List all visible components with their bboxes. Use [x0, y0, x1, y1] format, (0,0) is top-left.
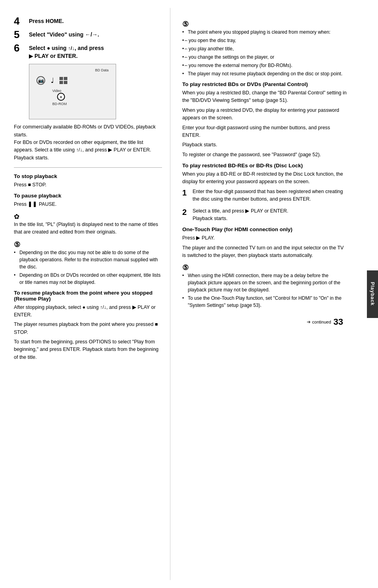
step-5-number: 5 — [14, 29, 26, 40]
stop-body: Press ■ STOP. — [14, 181, 162, 189]
circle-dot: ● — [60, 95, 62, 99]
step-5: 5 Select "Video" using ←/→. — [14, 29, 162, 40]
tip-body: In the title list, "PL" (Playlist) is di… — [14, 221, 162, 236]
continued-label: continued — [312, 320, 331, 324]
disc-lock-step-1: 1 Enter the four-digit password that has… — [182, 188, 347, 203]
step-6: 6 Select ● using ↑/↓, and press ▶ PLAY o… — [14, 43, 162, 60]
one-touch-play-heading: One-Touch Play (for HDMI connection only… — [182, 226, 347, 232]
selected-circle: ● — [57, 93, 65, 101]
note3-item-1: When using the HDMI connection, there ma… — [182, 272, 347, 293]
resume-body3: To start from the beginning, press OPTIO… — [14, 338, 162, 361]
restricted-bd-dvd-heading: To play restricted BDs or DVDs (Parental… — [182, 81, 347, 87]
note2-item-6: The player may not resume playback depen… — [182, 70, 347, 77]
disc-lock-step-2: 2 Select a title, and press ▶ PLAY or EN… — [182, 207, 347, 223]
playback-side-tab: Playback — [367, 270, 378, 318]
note3-list: When using the HDMI connection, there ma… — [182, 272, 347, 309]
restricted-bd-dvd-body2: When you play a restricted DVD, the disp… — [182, 107, 347, 122]
step-4-number: 4 — [14, 16, 26, 26]
note2-icon: ⑤ — [182, 20, 189, 28]
arrow-lr-icon: ←/→ — [85, 31, 97, 38]
description-text: For commercially available BD-ROMs or DV… — [14, 123, 162, 162]
restricted-bdre-bdr-heading: To play restricted BD-REs or BD-Rs (Disc… — [182, 163, 347, 169]
note1-list: Depending on the disc you may not be abl… — [14, 249, 162, 286]
pause-body: Press ❚❚ PAUSE. — [14, 201, 162, 208]
step-5-quoted: "Video" — [47, 31, 67, 38]
pause-symbol: ❚❚ — [28, 201, 37, 207]
resume-body1: After stopping playback, select ● using … — [14, 304, 162, 319]
video-label: Video — [52, 89, 61, 93]
one-touch-play-section: One-Touch Play (for HDMI connection only… — [182, 226, 347, 259]
stop-section: To stop playback Press ■ STOP. — [14, 173, 162, 189]
note3-icon: ⑤ — [182, 264, 189, 272]
step-6-number: 6 — [14, 43, 26, 53]
pause-section: To pause playback Press ❚❚ PAUSE. — [14, 193, 162, 208]
note2-list: The point where you stopped playing is c… — [182, 29, 347, 77]
restricted-bdre-bdr-body1: When you play a BD-RE or BD-R restricted… — [182, 170, 347, 186]
restricted-bd-dvd-body4: Playback starts. — [182, 141, 347, 149]
pause-heading: To pause playback — [14, 193, 162, 199]
page-number: 33 — [334, 317, 343, 327]
disc-lock-step-1-num: 1 — [182, 188, 193, 197]
restricted-bd-dvd-section: To play restricted BDs or DVDs (Parental… — [182, 81, 347, 159]
note3-item-2: To use the One-Touch Play function, set … — [182, 295, 347, 309]
step-4: 4 Press HOME. — [14, 16, 162, 26]
note1-item-2: Depending on BDs or DVDs recorded on oth… — [14, 272, 162, 286]
tip-section: ✿ In the title list, "PL" (Playlist) is … — [14, 213, 162, 236]
play-arrow-icon: ▶ — [29, 53, 33, 59]
stop-symbol: ■ — [28, 182, 31, 188]
menu-illustration: BD Data 📷 ♩ Video ● BD-ROM — [29, 64, 116, 119]
restricted-bd-dvd-body5: To register or change the password, see … — [182, 151, 347, 159]
note1-item-1: Depending on the disc you may not be abl… — [14, 249, 162, 270]
one-touch-play-body2: The player and the connected TV turn on … — [182, 244, 347, 260]
resume-body2: The player resumes playback from the poi… — [14, 321, 162, 336]
tip-icon: ✿ — [14, 213, 19, 220]
restricted-bdre-bdr-section: To play restricted BD-REs or BD-Rs (Disc… — [182, 163, 347, 222]
disc-lock-step-2-text: Select a title, and press ▶ PLAY or ENTE… — [193, 207, 288, 223]
step-4-text: Press HOME. — [29, 16, 64, 25]
bd-data-label: BD Data — [95, 68, 109, 72]
note2-block: ⑤ The point where you stopped playing is… — [182, 20, 347, 77]
right-column: ⑤ The point where you stopped playing is… — [170, 8, 367, 580]
music-icon: ♩ — [51, 76, 54, 85]
menu-icons-row: 📷 ♩ — [36, 76, 67, 85]
resume-section: To resume playback from the point where … — [14, 290, 162, 362]
restricted-bd-dvd-body3: Enter your four-digit password using the… — [182, 124, 347, 140]
grid-icon — [59, 77, 67, 84]
disc-lock-step-2-num: 2 — [182, 207, 193, 217]
note2-item-4: – you change the settings on the player,… — [182, 54, 347, 61]
resume-heading: To resume playback from the point where … — [14, 290, 162, 302]
footer-row: ➜ continued 33 — [182, 317, 347, 327]
note2-item-3: – you play another title, — [182, 45, 347, 52]
divider — [14, 167, 162, 168]
updown-icon: ↑/↓ — [68, 45, 75, 51]
photo-icon: 📷 — [36, 76, 45, 85]
left-column: 4 Press HOME. 5 Select "Video" using ←/→… — [0, 8, 170, 580]
note3-block: ⑤ When using the HDMI connection, there … — [182, 263, 347, 309]
restricted-bd-dvd-body1: When you play a restricted BD, change th… — [182, 89, 347, 105]
bd-rom-label: BD-ROM — [52, 102, 67, 106]
note2-item-2: – you open the disc tray, — [182, 37, 347, 44]
continued-arrow-icon: ➜ — [307, 319, 311, 325]
stop-heading: To stop playback — [14, 173, 162, 179]
note2-item-5: – you remove the external memory (for BD… — [182, 62, 347, 69]
one-touch-play-body1: Press ▶ PLAY. — [182, 234, 347, 242]
note1-icon: ⑤ — [14, 241, 20, 249]
note2-item-1: The point where you stopped playing is c… — [182, 29, 347, 36]
step-6-text: Select ● using ↑/↓, and press ▶ PLAY or … — [29, 43, 104, 60]
disc-lock-step-1-text: Enter the four-digit password that has b… — [193, 188, 347, 203]
note1-block: ⑤ Depending on the disc you may not be a… — [14, 240, 162, 286]
step-5-text: Select "Video" using ←/→. — [29, 29, 99, 39]
